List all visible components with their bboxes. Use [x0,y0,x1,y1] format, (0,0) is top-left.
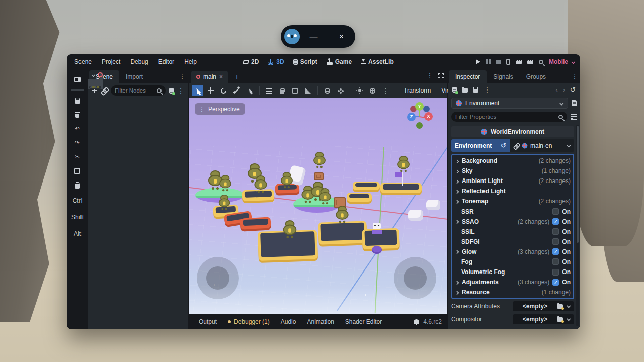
scale-tool-button[interactable] [231,85,243,96]
godot-logo-icon[interactable] [284,29,300,44]
sun-settings-button[interactable] [354,85,365,96]
redo-button[interactable]: ↷ [67,136,88,150]
inspector-scrollbar[interactable] [576,125,579,326]
bottom-tab-audio[interactable]: Audio [276,316,301,328]
tab-main-scene[interactable]: main × [191,71,228,83]
viewport-canvas[interactable]: Perspective Y X Z [189,98,447,314]
copy-button[interactable] [67,164,88,178]
revert-icon[interactable]: ↺ [501,142,506,149]
notification-bell-icon[interactable] [414,319,419,324]
workspace-script[interactable]: Script [291,57,319,67]
checkbox-fog[interactable] [552,258,559,265]
history-forward-button[interactable]: › [563,86,565,94]
close-button[interactable]: × [328,25,355,48]
transform-menu[interactable]: Transform [399,85,435,96]
open-docs-button[interactable] [572,100,577,106]
property-fog[interactable]: FogOn [455,257,571,267]
property-background[interactable]: Background(2 changes) [455,156,571,166]
property-ssr[interactable]: SSROn [455,206,571,216]
close-tab-icon[interactable]: × [219,73,223,80]
property-filter-options-button[interactable] [571,114,577,120]
save-resource-button[interactable] [473,87,478,93]
tab-import[interactable]: Import [119,70,149,83]
play-scene-button[interactable] [516,60,522,64]
group-selected-button[interactable] [289,85,301,96]
bottom-tab-shader-editor[interactable]: Shader Editor [340,316,387,328]
tab-groups[interactable]: Groups [520,70,552,83]
scene-tree-hscrollbar[interactable] [89,86,101,89]
environment-settings-button[interactable] [367,85,378,96]
lock-selected-button[interactable] [276,85,288,96]
stop-button[interactable] [496,60,501,64]
scene-tabs-menu-icon[interactable] [426,72,433,79]
checkbox-adjustments[interactable]: ✓ [552,279,559,286]
camera-preview-button[interactable] [321,85,333,96]
property-ambient-light[interactable]: Ambient Light(2 changes) [455,176,571,186]
menu-editor[interactable]: Editor [154,56,179,67]
virtual-joystick-left[interactable] [197,257,239,299]
new-scene-tab-button[interactable]: + [231,71,243,83]
environment-property-key[interactable]: Environment ↺ [451,139,510,152]
play-custom-scene-button[interactable] [527,60,533,64]
resource-class-header[interactable]: WorldEnvironment [451,126,574,137]
toggle-panel-button[interactable] [67,72,88,86]
node-section-header[interactable]: Node [451,329,574,329]
profiler-icon[interactable] [539,60,543,64]
undo-button[interactable]: ↶ [67,122,88,136]
workspace-game[interactable]: Game [325,57,354,67]
shift-key-button[interactable]: Shift [71,209,84,225]
list-select-tool-button[interactable] [244,85,256,96]
property-adjustments[interactable]: Adjustments(3 changes)✓On [455,277,571,287]
cut-button[interactable]: ✂ [67,150,88,164]
filter-nodes-input[interactable] [115,87,154,94]
property-sky[interactable]: Sky(1 change) [455,166,571,176]
property-ssao[interactable]: SSAO(2 changes)✓On [455,217,571,227]
axis-gizmo[interactable]: Y X Z [405,102,434,131]
tab-inspector[interactable]: Inspector [449,70,487,83]
play-button[interactable] [476,59,480,64]
renderer-dropdown[interactable]: Mobile [549,58,575,65]
pause-button[interactable] [486,59,491,64]
paste-button[interactable] [67,178,88,192]
alt-key-button[interactable]: Alt [74,225,81,242]
menu-project[interactable]: Project [97,56,125,67]
move-tool-button[interactable] [205,85,216,96]
property-reflected-light[interactable]: Reflected Light [455,186,571,196]
menu-scene[interactable]: Scene [70,56,96,67]
property-value-dropdown[interactable]: <empty> [513,301,574,311]
property-resource[interactable]: Resource(1 change) [455,287,571,297]
checkbox-glow[interactable]: ✓ [552,248,559,255]
checkbox-ssil[interactable] [552,228,559,235]
environment-property-value[interactable]: main-en [510,139,574,152]
expand-viewport-icon[interactable] [438,73,444,78]
property-tonemap[interactable]: Tonemap(2 changes) [455,196,571,206]
minimize-button[interactable]: — [300,25,328,48]
bottom-tab-output[interactable]: Output [194,316,222,328]
save-button[interactable] [67,94,88,108]
workspace-3d[interactable]: 3D [266,57,286,67]
perspective-menu[interactable]: Perspective [195,103,245,115]
dock-menu-icon[interactable] [571,72,578,80]
checkbox-sdfgi[interactable] [552,238,559,245]
workspace-assetlib[interactable]: AssetLib [359,57,396,67]
virtual-joystick-right[interactable] [394,257,436,299]
property-value-dropdown[interactable]: <empty> [513,314,574,324]
new-resource-button[interactable] [452,87,457,93]
skeleton-options-button[interactable] [335,85,346,96]
bottom-tab-animation[interactable]: Animation [302,316,339,328]
history-back-button[interactable]: ‹ [555,86,557,94]
resource-menu-icon[interactable] [484,86,491,94]
select-mode-button[interactable] [263,85,275,96]
checkbox-ssao[interactable]: ✓ [552,218,559,225]
filter-properties-input[interactable] [455,114,556,120]
checkbox-ssr[interactable] [552,208,559,215]
property-glow[interactable]: Glow(3 changes)✓On [455,247,571,257]
extra-options-button[interactable] [380,85,391,96]
workspace-2d[interactable]: 2D [241,57,261,67]
menu-help[interactable]: Help [180,56,201,67]
load-resource-button[interactable] [462,88,468,93]
ctrl-key-button[interactable]: Ctrl [73,192,83,209]
dock-menu-icon[interactable] [179,72,186,80]
ruler-mode-button[interactable] [302,85,314,96]
rotate-tool-button[interactable] [218,85,229,96]
